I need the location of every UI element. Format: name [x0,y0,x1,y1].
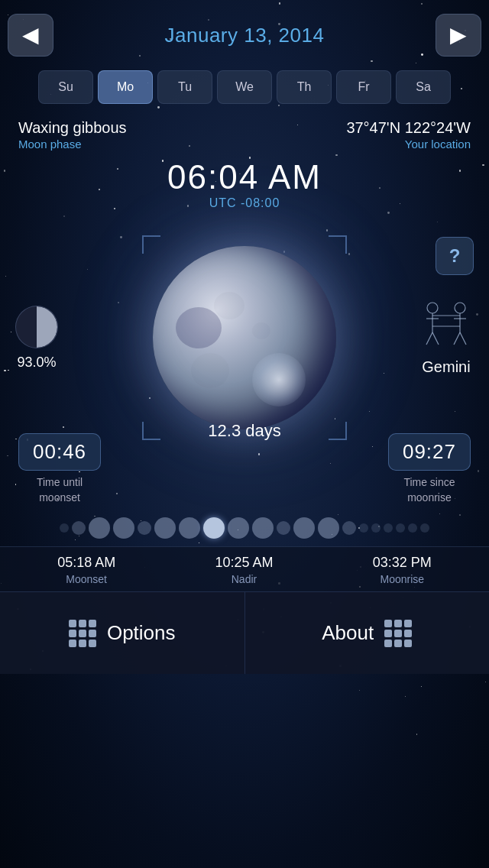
day-button-mo[interactable]: Mo [98,70,153,104]
moonset-counter: 00:46 Time until moonset [18,433,101,505]
day-button-sa[interactable]: Sa [396,70,451,104]
dot [394,630,402,637]
svg-point-5 [455,303,465,313]
next-button[interactable]: ▶ [436,14,481,57]
dot [89,630,96,637]
bottom-time-moonset: 05:18 AM Moonset [57,555,115,585]
options-label: Options [107,621,176,645]
dot [79,620,86,627]
options-button[interactable]: Options [0,592,245,674]
location-info: 37°47'N 122°24'W Your location [346,119,471,151]
grid-icon-right [384,620,412,647]
time-counters: 00:46 Time until moonset 09:27 Time sinc… [0,433,489,505]
moon-frame [142,235,347,440]
dot [394,640,402,647]
location-coords: 37°47'N 122°24'W [346,119,471,137]
moon-highlight [252,353,306,406]
day-button-fr[interactable]: Fr [336,70,391,104]
dot [79,630,86,637]
footer: Options About [0,591,489,674]
moonrise-counter: 09:27 Time since moonrise [388,433,471,505]
svg-point-0 [427,303,438,313]
mini-phase-8 [228,517,249,539]
mini-phase-9 [252,517,274,539]
bottom-time-value-2: 03:32 PM [373,555,432,571]
about-button[interactable]: About [245,592,490,674]
mini-phase-5 [154,517,176,539]
crater-1 [214,292,244,319]
help-button[interactable]: ? [436,237,474,275]
moon-phase-info: Waxing gibbous Moon phase [18,119,127,151]
moonset-value: 00:46 [18,433,101,471]
day-button-th[interactable]: Th [277,70,332,104]
mini-phase-13 [342,521,356,535]
star [359,690,360,691]
info-row: Waxing gibbous Moon phase 37°47'N 122°24… [0,112,489,154]
bottom-times: 05:18 AM Moonset 10:25 AM Nadir 03:32 PM… [0,546,489,591]
phase-name: Waxing gibbous [18,119,127,137]
mini-phase-2 [89,517,110,539]
mini-phase-10 [277,521,290,535]
phase-percent: 93.0% [17,355,56,371]
day-selector: SuMoTuWeThFrSa [0,67,489,112]
mini-phase-18 [408,523,417,533]
dot [69,630,76,637]
location-label: Your location [405,138,471,151]
bottom-time-value-0: 05:18 AM [57,555,115,571]
time-display: 06:04 AM UTC -08:00 [0,154,489,212]
star [485,682,486,682]
dot [394,620,402,627]
phase-icon [15,306,58,348]
star [416,734,417,734]
dot [69,620,76,627]
dot [384,630,392,637]
mini-phase-0 [60,523,69,533]
bottom-time-moonrise: 03:32 PM Moonrise [373,555,432,585]
dot [404,640,412,647]
day-button-we[interactable]: We [217,70,272,104]
gemini-icon [416,300,477,354]
moonrise-value: 09:27 [388,433,471,471]
dot [404,620,412,627]
dot [89,640,96,647]
gemini-indicator: Gemini [416,300,477,376]
gemini-label: Gemini [422,358,470,376]
grid-icon-left [69,620,96,647]
mini-phase-14 [359,523,368,533]
dot [69,640,76,647]
moonrise-label: Time since moonrise [403,475,455,505]
mare-1 [176,307,222,348]
bottom-time-label-2: Moonrise [381,573,425,585]
dot [384,640,392,647]
right-arrow-icon: ▶ [450,24,467,46]
phase-icon-lit [37,306,57,348]
bracket-top-right [329,235,347,254]
phases-strip [0,505,489,546]
day-button-su[interactable]: Su [38,70,93,104]
question-mark-icon: ? [449,245,461,267]
moonset-label: Time until moonset [37,475,83,505]
mini-phase-3 [113,517,134,539]
crater-2 [252,322,270,339]
about-label: About [322,621,374,645]
mini-phase-4 [138,521,151,535]
day-button-tu[interactable]: Tu [157,70,212,104]
header: ◀ January 13, 2014 ▶ [0,0,489,67]
mini-phase-17 [396,523,405,533]
svg-line-8 [454,332,460,345]
svg-line-9 [460,332,466,345]
moon-section: 93.0% [0,212,489,456]
mini-phase-7 [203,517,225,539]
phase-label: Moon phase [18,138,127,151]
mini-phase-11 [293,517,315,539]
left-arrow-icon: ◀ [22,24,39,46]
current-time: 06:04 AM [0,158,489,196]
header-date: January 13, 2014 [165,24,325,47]
svg-line-4 [432,332,439,345]
mini-phase-1 [72,521,86,535]
prev-button[interactable]: ◀ [8,14,53,57]
bottom-time-value-1: 10:25 AM [215,555,273,571]
moon-image [153,246,336,429]
dot [79,640,86,647]
svg-line-3 [426,332,432,345]
